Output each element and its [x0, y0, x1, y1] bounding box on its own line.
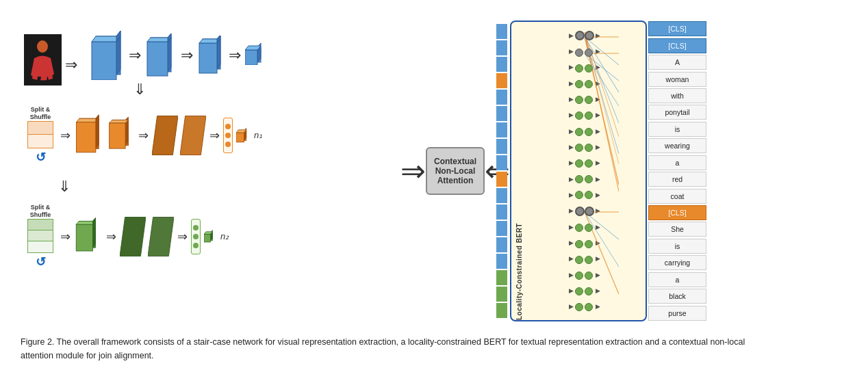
green-blocks-row: Split &Shuffle ↺ ⇒ [27, 204, 229, 269]
svg-rect-5 [92, 42, 116, 80]
token-label: ponytail [648, 105, 706, 120]
token-label: woman [648, 72, 706, 87]
token-label: [CLS] [648, 205, 706, 220]
token-label: red [648, 172, 706, 187]
bert-box: Locality-Constrained BERT ▶ ▶ ▶ ▶ ▶ ▶ ▶ … [510, 21, 647, 321]
bert-circles-area [575, 27, 585, 315]
cnla-label-line2: Non-Local [434, 166, 476, 176]
bert-title: Locality-Constrained BERT [515, 22, 523, 320]
figure-caption: Figure 2. The overall framework consists… [21, 335, 774, 362]
diagram-area: ⇒ [21, 14, 847, 328]
single-cube-blue [245, 43, 264, 68]
token-label: is [648, 239, 706, 254]
token-label: She [648, 222, 706, 237]
svg-point-1 [37, 40, 48, 53]
svg-rect-17 [199, 43, 217, 73]
token-label: wearing [648, 138, 706, 153]
staircase-network: ⇒ [21, 21, 418, 321]
token-label: A [648, 55, 706, 70]
n1-label: n₁ [254, 130, 262, 140]
bert-left-arrows: ▶ ▶ ▶ ▶ ▶ ▶ ▶ ▶ ▶ ▶ ▶ ▶ ▶ ▶ ▶ [569, 27, 574, 315]
para-layers-green [120, 217, 174, 256]
token-label: purse [648, 306, 706, 321]
svg-marker-49 [120, 217, 146, 256]
svg-rect-46 [76, 224, 92, 251]
svg-marker-37 [180, 116, 206, 155]
svg-rect-11 [147, 42, 168, 76]
token-label: a [648, 155, 706, 170]
token-labels: [CLS][CLS]Awomanwithponytailiswearingare… [648, 21, 706, 321]
svg-rect-34 [110, 123, 125, 148]
arrow-img-to-blocks: ⇒ [65, 56, 77, 74]
feature-columns-left [496, 21, 507, 321]
split-shuffle-1: Split &Shuffle ↺ [27, 106, 53, 165]
svg-marker-29 [77, 118, 99, 122]
split-shuffle-2: Split &Shuffle ↺ [27, 204, 53, 269]
svg-marker-50 [148, 217, 174, 256]
cnla-section: ⇒ Contextual Non-Local Attention ⇐ [411, 147, 500, 195]
person-image [24, 34, 62, 85]
token-label: black [648, 289, 706, 304]
cnla-label-line1: Contextual [434, 157, 476, 166]
svg-rect-54 [204, 234, 210, 242]
cnla-box: Contextual Non-Local Attention [426, 147, 485, 195]
token-label: carrying [648, 255, 706, 270]
token-label: [CLS] [648, 38, 706, 53]
arrow-orange-to-green: ⇓ [58, 178, 71, 196]
token-label: with [648, 88, 706, 103]
svg-rect-41 [236, 133, 244, 142]
token-label: coat [648, 189, 706, 204]
svg-rect-28 [77, 122, 96, 152]
n2-label: n₂ [220, 231, 229, 241]
svg-rect-23 [245, 50, 257, 65]
token-label: a [648, 272, 706, 287]
token-label: is [648, 122, 706, 137]
main-container: ⇒ [0, 0, 868, 373]
svg-marker-36 [152, 116, 178, 155]
arrow-blue-to-orange: ⇓ [133, 81, 146, 98]
blue-blocks-row: ⇒ ⇒ [89, 31, 264, 80]
right-bert-section: Locality-Constrained BERT ▶ ▶ ▶ ▶ ▶ ▶ ▶ … [496, 21, 706, 321]
token-label: [CLS] [648, 21, 706, 36]
bert-right-arrows: ▶ ▶ ▶ ▶ ▶ ▶ ▶ ▶ ▶ ▶ ▶ ▶ ▶ ▶ ▶ [596, 27, 600, 315]
svg-marker-35 [110, 120, 129, 122]
cnla-label-line3: Attention [434, 176, 476, 185]
orange-blocks-row: Split &Shuffle ↺ ⇒ [27, 106, 262, 165]
para-layers-orange [152, 116, 206, 155]
